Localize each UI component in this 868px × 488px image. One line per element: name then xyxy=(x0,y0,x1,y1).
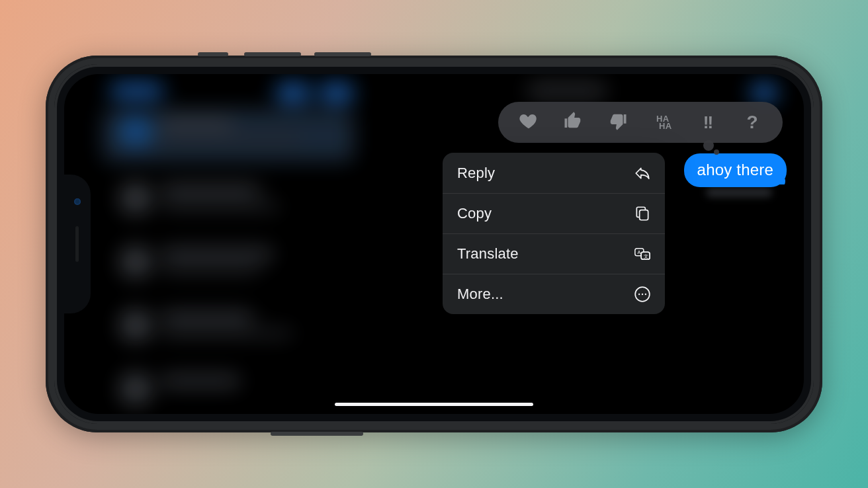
tapback-bar: HA HA !! ? xyxy=(498,102,783,143)
menu-item-reply[interactable]: Reply xyxy=(443,153,665,193)
gradient-background: HA HA !! ? ahoy there xyxy=(0,0,868,488)
earpiece-speaker xyxy=(75,226,79,262)
blurred-text xyxy=(161,135,300,143)
haha-label-bottom: HA xyxy=(659,122,672,130)
blurred-text xyxy=(161,249,273,259)
menu-item-copy[interactable]: Copy xyxy=(443,193,665,233)
front-camera xyxy=(74,198,81,205)
blurred-nav-item xyxy=(276,83,310,102)
blurred-text xyxy=(161,202,280,210)
blurred-avatar xyxy=(120,246,152,278)
tapback-thumbs-up[interactable] xyxy=(554,104,592,140)
home-indicator[interactable] xyxy=(335,403,533,406)
message-bubble-container: ahoy there xyxy=(684,153,787,187)
blurred-text xyxy=(161,118,234,128)
menu-item-label: Reply xyxy=(457,165,495,182)
svg-text:A: A xyxy=(638,249,641,255)
blurred-text xyxy=(161,329,293,337)
tapback-bubble-tail-small xyxy=(714,149,719,155)
translate-icon: A文 xyxy=(633,245,652,263)
tapback-haha[interactable]: HA HA xyxy=(644,104,682,140)
heart-icon xyxy=(519,111,539,134)
volume-down-button xyxy=(314,52,371,56)
blurred-nav-item xyxy=(110,83,163,98)
context-menu: Reply Copy Translate A文 xyxy=(443,153,665,314)
blurred-avatar xyxy=(120,309,152,341)
svg-rect-0 xyxy=(640,210,648,220)
blurred-title xyxy=(527,83,607,98)
svg-point-8 xyxy=(642,294,643,295)
side-power-button xyxy=(271,432,363,436)
question-icon: ? xyxy=(747,112,758,133)
thumbs-up-icon xyxy=(563,111,583,134)
blurred-text xyxy=(161,266,260,274)
copy-icon xyxy=(633,204,652,223)
tapback-question[interactable]: ? xyxy=(733,104,771,140)
blurred-nav-item xyxy=(751,83,777,102)
svg-point-7 xyxy=(638,294,640,295)
blurred-text xyxy=(161,312,253,323)
tapback-heart[interactable] xyxy=(509,104,548,140)
bubble-tail xyxy=(777,173,789,184)
phone-frame: HA HA !! ? ahoy there xyxy=(46,56,822,432)
svg-text:文: 文 xyxy=(644,253,648,259)
tapback-exclamation[interactable]: !! xyxy=(688,104,726,140)
reply-icon xyxy=(633,164,652,183)
menu-item-translate[interactable]: Translate A文 xyxy=(443,233,665,274)
blurred-nav-item xyxy=(320,83,354,102)
tapback-thumbs-down[interactable] xyxy=(599,104,637,140)
message-bubble[interactable]: ahoy there xyxy=(684,153,787,187)
exclamation-icon: !! xyxy=(703,112,712,133)
blurred-avatar xyxy=(120,183,152,214)
display-notch xyxy=(64,175,91,313)
message-text: ahoy there xyxy=(697,161,773,179)
mute-switch xyxy=(198,52,228,56)
menu-item-label: More... xyxy=(457,286,503,303)
menu-item-label: Translate xyxy=(457,245,519,263)
thumbs-down-icon xyxy=(608,111,628,134)
blurred-text xyxy=(161,376,240,386)
phone-screen: HA HA !! ? ahoy there xyxy=(64,74,804,414)
blurred-avatar xyxy=(120,373,152,405)
haha-icon: HA HA xyxy=(654,115,672,130)
blurred-delivery-status xyxy=(706,188,772,197)
menu-item-label: Copy xyxy=(457,205,492,222)
svg-point-9 xyxy=(645,294,646,295)
more-icon xyxy=(633,285,652,304)
blurred-avatar xyxy=(120,115,152,147)
blurred-text xyxy=(161,185,260,196)
volume-up-button xyxy=(244,52,301,56)
menu-item-more[interactable]: More... xyxy=(443,274,665,314)
